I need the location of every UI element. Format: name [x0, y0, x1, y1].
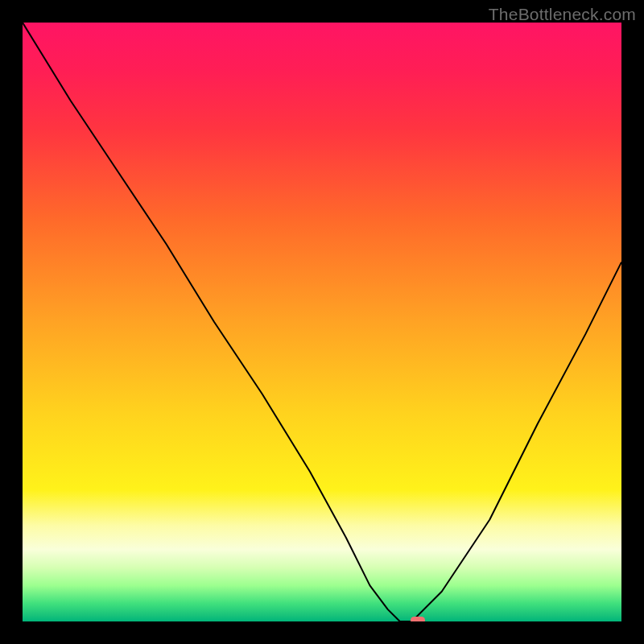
- curve-path: [23, 23, 621, 621]
- chart-frame: TheBottleneck.com: [0, 0, 644, 644]
- bottleneck-curve: [23, 23, 621, 621]
- plot-area: [23, 23, 621, 621]
- optimal-point-marker: [411, 617, 425, 621]
- watermark-text: TheBottleneck.com: [489, 5, 636, 24]
